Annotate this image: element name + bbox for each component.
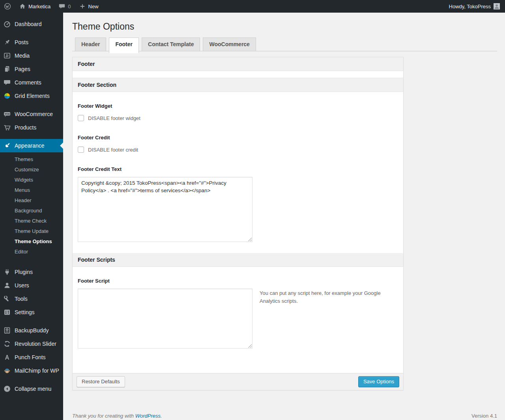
footer-credit-label: Footer Credit [78,135,398,141]
footer-script-textarea[interactable] [78,289,252,349]
sidebar-item-theme-options[interactable]: Theme Options [0,236,63,247]
sidebar-item-mailchimp[interactable]: MailChimp for WP [0,364,63,377]
footer-thanks-text: Thank you for creating with WordPress. [72,413,162,419]
sidebar-item-woocommerce[interactable]: WooCommerce [0,107,63,121]
footer-widget-checkbox[interactable] [78,115,84,121]
sidebar-item-media[interactable]: Media [0,49,63,62]
sidebar-item-widgets[interactable]: Widgets [0,175,63,185]
sidebar-item-grid-elements[interactable]: Grid Elements [0,89,63,103]
sidebar-item-background[interactable]: Background [0,206,63,216]
account-menu[interactable]: Howdy, TokoPress [449,3,505,9]
tab-header[interactable]: Header [75,38,106,51]
plug-icon [3,268,11,276]
refresh-icon [3,340,11,348]
sidebar-item-settings[interactable]: Settings [0,306,63,319]
pushpin-icon [3,38,11,46]
menu-separator [0,134,63,139]
howdy-label: Howdy, TokoPress [449,4,491,9]
menu-separator [0,261,63,265]
sidebar-item-label: Tools [15,296,28,302]
wrench-icon [3,295,11,303]
sidebar-item-label: Dashboard [15,21,42,27]
admin-bar: Marketica 0 New Howdy, TokoPress [0,0,505,13]
mailchimp-icon [3,367,11,375]
sidebar-item-themes[interactable]: Themes [0,154,63,165]
sidebar-item-label: Media [15,52,30,59]
sidebar-item-customize[interactable]: Customize [0,165,63,175]
site-name-link[interactable]: Marketica [15,0,54,13]
sidebar-item-posts[interactable]: Posts [0,36,63,49]
tab-contact-template[interactable]: Contact Template [142,38,200,51]
restore-defaults-button[interactable]: Restore Defaults [77,376,125,387]
sidebar-item-theme-update[interactable]: Theme Update [0,226,63,236]
appearance-submenu: Themes Customize Widgets Menus Header Ba… [0,152,63,261]
menu-separator [0,31,63,36]
sidebar-item-header[interactable]: Header [0,195,63,206]
sidebar-item-label: Plugins [15,269,33,275]
sidebar-item-appearance[interactable]: Appearance [0,139,63,152]
footer-widget-checkbox-label: DISABLE footer widget [88,115,140,121]
footer-credit-checkbox[interactable] [78,146,84,153]
sidebar-item-products[interactable]: Products [0,121,63,134]
footer-credit-text-label: Footer Credit Text [78,166,398,172]
gauge-icon [3,20,11,28]
sidebar-item-collapse-menu[interactable]: Collapse menu [0,382,63,396]
footer-section-body: Footer Widget DISABLE footer widget Foot… [73,92,403,253]
sidebar-item-label: Collapse menu [15,386,51,392]
sidebar-item-pages[interactable]: Pages [0,62,63,76]
sidebar-item-backupbuddy[interactable]: BackupBuddy [0,324,63,337]
wordpress-menu-button[interactable] [0,0,15,13]
panel-header: Footer [73,57,403,71]
admin-menu: Dashboard Posts Media Pages Comments Gri… [0,17,63,396]
footer-widget-label: Footer Widget [78,103,398,109]
footer-credit-checkbox-row[interactable]: DISABLE footer credit [78,146,398,153]
wordpress-link[interactable]: WordPress [135,413,161,419]
save-options-button[interactable]: Save Options [358,376,399,387]
sidebar-item-punch-fonts[interactable]: Punch Fonts [0,351,63,364]
comments-icon [3,79,11,86]
admin-bar-left: Marketica 0 New [0,0,103,13]
tab-woocommerce[interactable]: WooCommerce [203,38,256,51]
sidebar-item-tools[interactable]: Tools [0,292,63,306]
sidebar-item-users[interactable]: Users [0,279,63,292]
menu-separator [0,377,63,382]
sidebar-item-label: Punch Fonts [15,354,46,360]
sidebar-item-label: Comments [15,79,41,86]
footer-widget-checkbox-row[interactable]: DISABLE footer widget [78,115,398,121]
pages-icon [3,65,11,73]
comments-shortcut[interactable]: 0 [54,0,75,13]
home-icon [19,3,26,10]
sidebar-item-revolution-slider[interactable]: Revolution Slider [0,337,63,351]
footer-script-label: Footer Script [78,278,398,284]
sidebar-item-label: Settings [15,309,35,315]
woocommerce-icon [3,110,11,118]
users-icon [3,281,11,289]
thanks-prefix: Thank you for creating with [72,413,135,419]
sidebar-item-dashboard[interactable]: Dashboard [0,17,63,31]
sidebar-item-editor[interactable]: Editor [0,247,63,257]
footer-credit-textarea-wrap: Copyright &copy; 2015 TokoPress<span><a … [78,177,252,242]
new-content-button[interactable]: New [75,0,103,13]
section-footer-scripts: Footer Scripts [73,253,403,267]
footer-credit-textarea[interactable]: Copyright &copy; 2015 TokoPress<span><a … [78,177,252,242]
brush-icon [3,142,11,150]
sidebar-item-plugins[interactable]: Plugins [0,265,63,279]
comment-count: 0 [68,4,71,9]
sidebar-item-theme-check[interactable]: Theme Check [0,216,63,226]
tab-footer[interactable]: Footer [109,38,139,53]
comment-icon [58,3,65,10]
sidebar-item-label: Revolution Slider [15,341,56,347]
sidebar-item-menus[interactable]: Menus [0,185,63,195]
collapse-icon [3,385,11,393]
thanks-suffix: . [161,413,162,419]
wordpress-logo-icon [4,3,11,10]
backup-icon [3,326,11,334]
sidebar-item-label: Grid Elements [15,93,50,99]
sidebar-item-label: BackupBuddy [15,327,49,334]
sidebar-item-comments[interactable]: Comments [0,76,63,89]
sidebar-item-label: Appearance [15,142,45,149]
footer-scripts-body: Footer Script You can put any script her… [73,267,403,373]
theme-options-panel: Footer Footer Section Footer Widget DISA… [72,57,404,390]
page-title: Theme Options [72,13,497,38]
sidebar-item-label: Products [15,124,36,131]
